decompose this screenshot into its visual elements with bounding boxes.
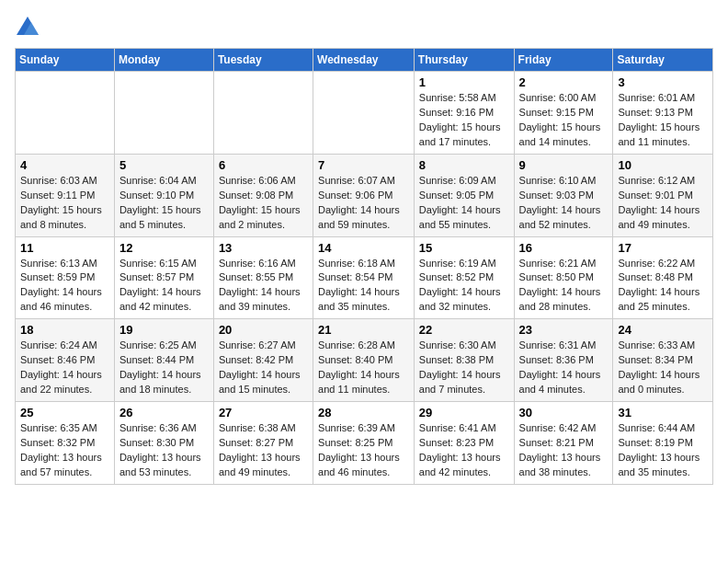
- calendar-cell: 24Sunrise: 6:33 AM Sunset: 8:34 PM Dayli…: [613, 319, 713, 402]
- calendar-cell: 20Sunrise: 6:27 AM Sunset: 8:42 PM Dayli…: [213, 319, 313, 402]
- calendar-cell: [313, 72, 415, 155]
- calendar-table: SundayMondayTuesdayWednesdayThursdayFrid…: [15, 48, 713, 485]
- calendar-cell: 4Sunrise: 6:03 AM Sunset: 9:11 PM Daylig…: [16, 154, 115, 236]
- calendar-cell: 30Sunrise: 6:42 AM Sunset: 8:21 PM Dayli…: [514, 402, 613, 485]
- calendar-cell: 25Sunrise: 6:35 AM Sunset: 8:32 PM Dayli…: [16, 402, 115, 485]
- calendar-cell: 29Sunrise: 6:41 AM Sunset: 8:23 PM Dayli…: [414, 402, 514, 485]
- calendar-cell: 17Sunrise: 6:22 AM Sunset: 8:48 PM Dayli…: [613, 236, 713, 319]
- day-info: Sunrise: 6:36 AM Sunset: 8:30 PM Dayligh…: [119, 421, 209, 480]
- weekday-header: Friday: [514, 49, 613, 72]
- calendar-cell: 3Sunrise: 6:01 AM Sunset: 9:13 PM Daylig…: [613, 72, 713, 155]
- calendar-week-row: 25Sunrise: 6:35 AM Sunset: 8:32 PM Dayli…: [16, 402, 713, 485]
- day-info: Sunrise: 6:00 AM Sunset: 9:15 PM Dayligh…: [519, 91, 609, 150]
- calendar-cell: 22Sunrise: 6:30 AM Sunset: 8:38 PM Dayli…: [414, 319, 514, 402]
- day-number: 14: [318, 241, 409, 255]
- calendar-cell: 13Sunrise: 6:16 AM Sunset: 8:55 PM Dayli…: [213, 236, 313, 319]
- day-number: 6: [219, 158, 308, 172]
- weekday-header: Thursday: [414, 49, 514, 72]
- weekday-header: Saturday: [613, 49, 713, 72]
- calendar-cell: 27Sunrise: 6:38 AM Sunset: 8:27 PM Dayli…: [213, 402, 313, 485]
- calendar-cell: 1Sunrise: 5:58 AM Sunset: 9:16 PM Daylig…: [414, 72, 514, 155]
- day-info: Sunrise: 6:04 AM Sunset: 9:10 PM Dayligh…: [119, 174, 209, 233]
- day-info: Sunrise: 6:42 AM Sunset: 8:21 PM Dayligh…: [519, 421, 609, 480]
- calendar-cell: 11Sunrise: 6:13 AM Sunset: 8:59 PM Dayli…: [16, 236, 115, 319]
- day-number: 7: [318, 158, 409, 172]
- day-info: Sunrise: 6:22 AM Sunset: 8:48 PM Dayligh…: [618, 257, 708, 316]
- calendar-cell: 9Sunrise: 6:10 AM Sunset: 9:03 PM Daylig…: [514, 154, 613, 236]
- day-info: Sunrise: 6:38 AM Sunset: 8:27 PM Dayligh…: [219, 421, 308, 480]
- day-info: Sunrise: 6:44 AM Sunset: 8:19 PM Dayligh…: [618, 421, 708, 480]
- calendar-cell: 23Sunrise: 6:31 AM Sunset: 8:36 PM Dayli…: [514, 319, 613, 402]
- day-info: Sunrise: 6:18 AM Sunset: 8:54 PM Dayligh…: [318, 257, 409, 316]
- day-info: Sunrise: 5:58 AM Sunset: 9:16 PM Dayligh…: [419, 91, 509, 150]
- weekday-header: Wednesday: [313, 49, 415, 72]
- day-info: Sunrise: 6:39 AM Sunset: 8:25 PM Dayligh…: [318, 421, 409, 480]
- logo: [15, 15, 44, 40]
- day-info: Sunrise: 6:31 AM Sunset: 8:36 PM Dayligh…: [519, 339, 609, 397]
- day-info: Sunrise: 6:24 AM Sunset: 8:46 PM Dayligh…: [20, 339, 109, 397]
- day-info: Sunrise: 6:13 AM Sunset: 8:59 PM Dayligh…: [20, 257, 109, 316]
- day-number: 9: [519, 158, 609, 172]
- day-number: 12: [119, 241, 209, 255]
- day-number: 29: [419, 406, 509, 419]
- day-number: 17: [618, 241, 708, 255]
- day-number: 4: [20, 158, 109, 172]
- day-info: Sunrise: 6:01 AM Sunset: 9:13 PM Dayligh…: [618, 91, 708, 150]
- day-number: 24: [618, 323, 708, 337]
- day-info: Sunrise: 6:16 AM Sunset: 8:55 PM Dayligh…: [219, 257, 308, 316]
- day-number: 30: [519, 406, 609, 419]
- day-info: Sunrise: 6:28 AM Sunset: 8:40 PM Dayligh…: [318, 339, 409, 397]
- day-info: Sunrise: 6:09 AM Sunset: 9:05 PM Dayligh…: [419, 174, 509, 233]
- logo-icon: [15, 15, 40, 40]
- day-info: Sunrise: 6:35 AM Sunset: 8:32 PM Dayligh…: [20, 421, 109, 480]
- day-info: Sunrise: 6:41 AM Sunset: 8:23 PM Dayligh…: [419, 421, 509, 480]
- calendar-cell: 2Sunrise: 6:00 AM Sunset: 9:15 PM Daylig…: [514, 72, 613, 155]
- day-number: 21: [318, 323, 409, 337]
- calendar-cell: [16, 72, 115, 155]
- day-number: 16: [519, 241, 609, 255]
- day-number: 10: [618, 158, 708, 172]
- day-info: Sunrise: 6:25 AM Sunset: 8:44 PM Dayligh…: [119, 339, 209, 397]
- calendar-cell: 5Sunrise: 6:04 AM Sunset: 9:10 PM Daylig…: [114, 154, 213, 236]
- day-info: Sunrise: 6:03 AM Sunset: 9:11 PM Dayligh…: [20, 174, 109, 233]
- calendar-cell: 18Sunrise: 6:24 AM Sunset: 8:46 PM Dayli…: [16, 319, 115, 402]
- day-info: Sunrise: 6:21 AM Sunset: 8:50 PM Dayligh…: [519, 257, 609, 316]
- page-header: [15, 15, 713, 40]
- day-number: 18: [20, 323, 109, 337]
- day-number: 15: [419, 241, 509, 255]
- calendar-cell: 28Sunrise: 6:39 AM Sunset: 8:25 PM Dayli…: [313, 402, 415, 485]
- calendar-cell: 16Sunrise: 6:21 AM Sunset: 8:50 PM Dayli…: [514, 236, 613, 319]
- day-number: 2: [519, 75, 609, 89]
- day-info: Sunrise: 6:06 AM Sunset: 9:08 PM Dayligh…: [219, 174, 308, 233]
- calendar-cell: 12Sunrise: 6:15 AM Sunset: 8:57 PM Dayli…: [114, 236, 213, 319]
- calendar-header-row: SundayMondayTuesdayWednesdayThursdayFrid…: [16, 49, 713, 72]
- calendar-week-row: 18Sunrise: 6:24 AM Sunset: 8:46 PM Dayli…: [16, 319, 713, 402]
- day-number: 27: [219, 406, 308, 419]
- calendar-cell: [114, 72, 213, 155]
- day-info: Sunrise: 6:30 AM Sunset: 8:38 PM Dayligh…: [419, 339, 509, 397]
- day-number: 11: [20, 241, 109, 255]
- calendar-cell: 21Sunrise: 6:28 AM Sunset: 8:40 PM Dayli…: [313, 319, 415, 402]
- day-number: 13: [219, 241, 308, 255]
- day-number: 22: [419, 323, 509, 337]
- day-number: 3: [618, 75, 708, 89]
- day-number: 25: [20, 406, 109, 419]
- day-info: Sunrise: 6:19 AM Sunset: 8:52 PM Dayligh…: [419, 257, 509, 316]
- day-number: 5: [119, 158, 209, 172]
- calendar-cell: [213, 72, 313, 155]
- day-number: 31: [618, 406, 708, 419]
- day-number: 20: [219, 323, 308, 337]
- day-info: Sunrise: 6:10 AM Sunset: 9:03 PM Dayligh…: [519, 174, 609, 233]
- calendar-cell: 6Sunrise: 6:06 AM Sunset: 9:08 PM Daylig…: [213, 154, 313, 236]
- day-number: 8: [419, 158, 509, 172]
- calendar-cell: 31Sunrise: 6:44 AM Sunset: 8:19 PM Dayli…: [613, 402, 713, 485]
- day-info: Sunrise: 6:15 AM Sunset: 8:57 PM Dayligh…: [119, 257, 209, 316]
- calendar-week-row: 11Sunrise: 6:13 AM Sunset: 8:59 PM Dayli…: [16, 236, 713, 319]
- day-number: 26: [119, 406, 209, 419]
- day-number: 19: [119, 323, 209, 337]
- weekday-header: Sunday: [16, 49, 115, 72]
- day-info: Sunrise: 6:27 AM Sunset: 8:42 PM Dayligh…: [219, 339, 308, 397]
- calendar-cell: 14Sunrise: 6:18 AM Sunset: 8:54 PM Dayli…: [313, 236, 415, 319]
- calendar-week-row: 1Sunrise: 5:58 AM Sunset: 9:16 PM Daylig…: [16, 72, 713, 155]
- day-info: Sunrise: 6:33 AM Sunset: 8:34 PM Dayligh…: [618, 339, 708, 397]
